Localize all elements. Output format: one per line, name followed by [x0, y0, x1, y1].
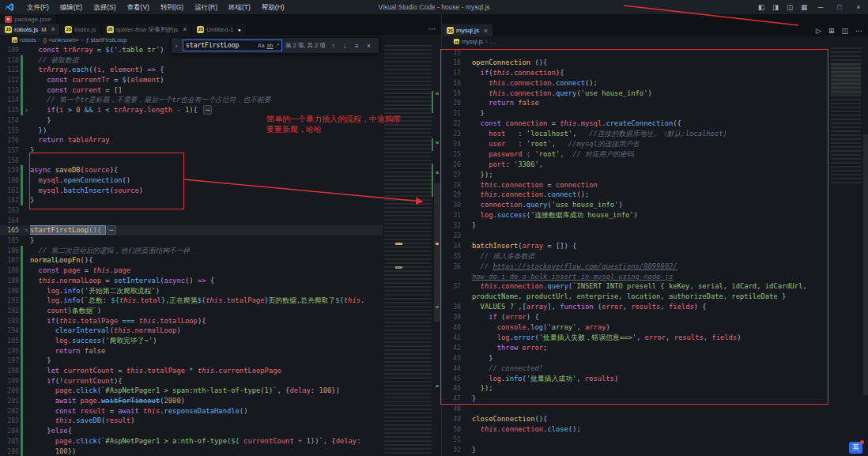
code-line-48[interactable]: 48 — [442, 404, 829, 414]
breadcrumb-item[interactable]: JSrobots — [11, 36, 36, 43]
code-line-187[interactable]: 187normalLoopFn(){ — [0, 255, 383, 266]
code-line-197[interactable]: 197 } — [0, 356, 383, 366]
scrollbar-thumb[interactable] — [434, 183, 440, 322]
code-line-199[interactable]: 199 if(!currentCount){ — [0, 376, 383, 386]
find-previous-icon[interactable]: ↑ — [329, 42, 338, 50]
code-line-164[interactable]: 164 — [0, 216, 383, 226]
toggle-panel-icon[interactable]: ◫ — [783, 0, 797, 14]
code-line-161[interactable]: 161 mysql.batchInsert(source) — [0, 186, 383, 196]
code-line-29[interactable]: 29 this.connection.connect(); — [442, 190, 829, 200]
find-in-selection-icon[interactable]: ≡ — [353, 42, 361, 50]
code-line-15[interactable]: 15 — [442, 47, 829, 58]
code-line-165[interactable]: 165›startFirstLoop(){ ⋯ — [0, 225, 383, 236]
run-code-icon[interactable]: ▷ — [816, 27, 821, 35]
code-line-160[interactable]: 160 mysql.openConnection() — [0, 175, 383, 186]
menu-终端[interactable]: 终端(T) — [223, 0, 256, 14]
close-tab-icon[interactable]: × — [51, 25, 55, 33]
close-tab-icon[interactable]: × — [183, 25, 187, 33]
code-line-163[interactable]: 163 — [0, 205, 383, 216]
code-line-27[interactable]: 27 }); — [442, 170, 829, 180]
code-line-50[interactable]: 50 this.connection.close(); — [442, 424, 829, 435]
code-line[interactable]: productName, productUrl, enterprise, loc… — [442, 292, 829, 302]
split-editor-icon[interactable]: ◫ — [841, 27, 848, 35]
more-actions-icon[interactable]: ⋯ — [428, 24, 436, 35]
code-line-156[interactable]: 156 return tableArray — [0, 135, 383, 145]
code-line-198[interactable]: 198 let currentCount = this.totalPage * … — [0, 366, 383, 376]
ime-indicator[interactable]: 英 — [849, 442, 862, 454]
code-line-114[interactable]: 114 // 第一个tr是标题，不需要，最后一个tr也会有一个占位符，也不能要 — [0, 95, 383, 105]
breadcrumb-item[interactable]: … — [490, 38, 496, 45]
customize-layout-icon[interactable]: ▦ — [797, 0, 811, 14]
minimap[interactable] — [383, 45, 433, 456]
maximize-button[interactable]: □ — [830, 0, 849, 14]
code-line-203[interactable]: 203 this.saveDB(result) — [0, 416, 383, 426]
breadcrumb-item[interactable]: JSmysql.js — [453, 38, 483, 45]
code-line-195[interactable]: 195 log.success('爬取完毕了~') — [0, 336, 383, 346]
code-line-204[interactable]: 204 }else{ — [0, 426, 383, 436]
code-editor[interactable]: 109 const trArray = $('.table tr')110 //… — [0, 45, 383, 456]
code-line-40[interactable]: 40 console.log('array', array) — [442, 322, 829, 333]
code-line-52[interactable]: 52} — [442, 445, 829, 455]
code-line-18[interactable]: 18 this.connection.connect(); — [442, 78, 829, 89]
close-tab-icon[interactable]: × — [484, 27, 488, 35]
fold-chevron-icon[interactable]: › — [23, 105, 30, 115]
tab-robots.js[interactable]: JSrobots.jsM× — [0, 24, 60, 35]
code-line-155[interactable]: 155 }) — [0, 126, 383, 136]
code-line-23[interactable]: 23 host : 'localhost', //连接的数据库地址。（默认:lo… — [442, 129, 829, 139]
tab-index.js[interactable]: JSindex.js — [60, 24, 101, 35]
code-line-17[interactable]: 17 if(this.connection){ — [442, 68, 829, 78]
code-line-205[interactable]: 205 page.click(`#AspNetPager1 > a:nth-of… — [0, 436, 383, 447]
code-line-189[interactable]: 189 this.normalLoop = setInterval(async(… — [0, 276, 383, 286]
code-line[interactable]: how-do-i-do-a-bulk-insert-in-mysql-using… — [442, 272, 829, 282]
code-line-188[interactable]: 188 const page = this.page — [0, 266, 383, 276]
code-line-186[interactable]: 186 // 第二次启动后的逻辑，他们的页面结构不一样 — [0, 246, 383, 256]
code-line-39[interactable]: 39 if (error) { — [442, 312, 829, 322]
code-line-43[interactable]: 43 } — [442, 353, 829, 364]
menu-帮助[interactable]: 帮助(H) — [256, 0, 290, 14]
more-actions-icon[interactable]: ⋯ — [855, 27, 862, 35]
code-line-31[interactable]: 31 log.success('连接数据库成功 house_info') — [442, 210, 829, 220]
regex-icon[interactable]: .* — [275, 43, 279, 48]
code-line-158[interactable]: 158 — [0, 156, 383, 166]
code-line-41[interactable]: 41 log.error('批量插入失败，错误信息==>', error, re… — [442, 333, 829, 343]
breadcrumb-item[interactable]: {}<unknown> — [43, 36, 79, 43]
scrollbar-thumb[interactable] — [863, 134, 868, 395]
code-line-38[interactable]: 38 VALUES ?`,[array], function (error, r… — [442, 302, 829, 312]
code-line-193[interactable]: 193 if(this.totalPage === this.totalLoop… — [0, 316, 383, 326]
find-next-icon[interactable]: ↓ — [341, 42, 349, 50]
code-line-44[interactable]: 44 // connected! — [442, 364, 829, 374]
code-line-201[interactable]: 201 await page.waitForTimeout(2000) — [0, 396, 383, 406]
menu-查看[interactable]: 查看(V) — [122, 0, 155, 14]
tab-spider-flow-采集到的js[interactable]: JSspider-flow 采集到的js× — [102, 24, 193, 35]
code-line-202[interactable]: 202 const result = await this.responseDa… — [0, 406, 383, 416]
close-button[interactable]: × — [849, 0, 868, 14]
fold-chevron-icon[interactable]: › — [23, 225, 30, 236]
code-line-42[interactable]: 42 throw error; — [442, 343, 829, 353]
code-line-200[interactable]: 200 page.click(`#AspNetPager1 > span:nth… — [0, 386, 383, 396]
code-line-157[interactable]: 157} — [0, 145, 383, 156]
minimap[interactable] — [829, 47, 862, 456]
menu-编辑[interactable]: 编辑(E) — [55, 0, 88, 14]
code-line-34[interactable]: 34batchInsert(array = []) { — [442, 241, 829, 251]
code-line-185[interactable]: 185} — [0, 236, 383, 246]
code-line-16[interactable]: 16openConnection (){ — [442, 58, 829, 68]
tab-Untitled-1[interactable]: JSUntitled-1● — [192, 24, 246, 35]
code-line-113[interactable]: 113 const current = [] — [0, 85, 383, 96]
menu-运行[interactable]: 运行(R) — [189, 0, 223, 14]
code-line-24[interactable]: 24 user : 'root', //mysql的连接用户名 — [442, 139, 829, 149]
code-line-20[interactable]: 20 return false — [442, 98, 829, 108]
find-close-icon[interactable]: × — [364, 42, 373, 50]
code-editor[interactable]: 1516openConnection (){17 if(this.connect… — [442, 47, 829, 456]
code-line-206[interactable]: 206 100}) — [0, 447, 383, 456]
scrollbar[interactable] — [862, 47, 868, 456]
breadcrumb-item[interactable]: ƒstartFirstLoop — [86, 36, 127, 43]
code-line-35[interactable]: 35 // 插入多条数据 — [442, 251, 829, 262]
code-line-28[interactable]: 28 this.connection = connection — [442, 180, 829, 190]
code-line-30[interactable]: 30 connection.query('use house_info') — [442, 200, 829, 210]
menu-转到[interactable]: 转到(G) — [155, 0, 189, 14]
whole-word-icon[interactable]: ab — [267, 43, 274, 48]
code-line-47[interactable]: 47} — [442, 394, 829, 404]
code-line-33[interactable]: 33 — [442, 231, 829, 241]
find-toggle-replace-icon[interactable]: › — [173, 42, 179, 50]
code-line-162[interactable]: 162} — [0, 195, 383, 205]
